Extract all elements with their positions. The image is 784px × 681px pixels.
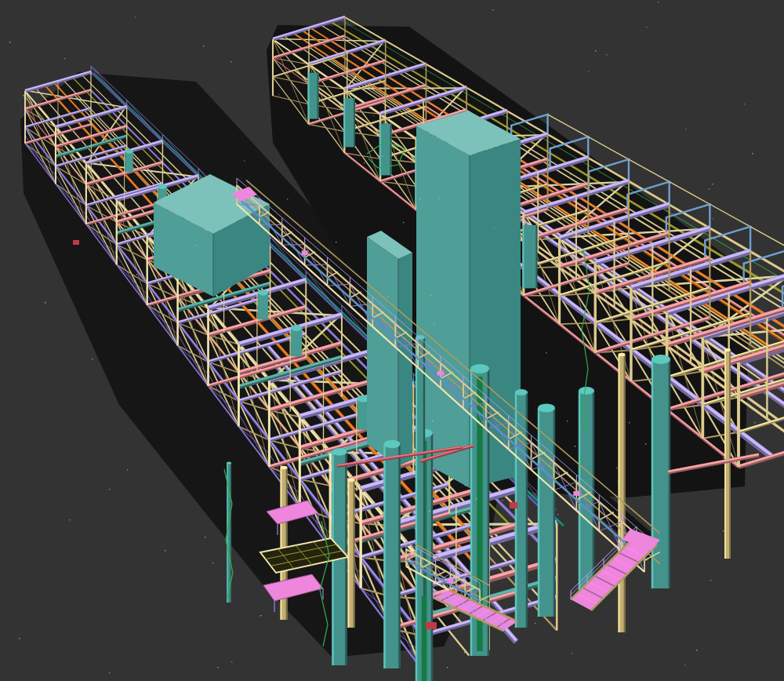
column-top[interactable] bbox=[281, 466, 288, 470]
pink-fitting[interactable] bbox=[447, 578, 453, 583]
duct-cylinder-top[interactable] bbox=[158, 184, 167, 189]
speckle bbox=[230, 61, 231, 62]
speckle bbox=[165, 550, 165, 551]
speckle bbox=[244, 160, 245, 161]
speckle bbox=[606, 54, 607, 55]
speckle bbox=[597, 351, 597, 351]
red-fitting[interactable] bbox=[426, 622, 437, 629]
duct-cylinder[interactable] bbox=[125, 151, 132, 173]
red-fitting[interactable] bbox=[510, 502, 517, 508]
duct-cylinder-top[interactable] bbox=[291, 325, 302, 331]
red-fitting[interactable] bbox=[73, 240, 79, 245]
speckle bbox=[364, 162, 365, 163]
speckle bbox=[135, 16, 136, 17]
speckle bbox=[64, 58, 65, 59]
duct-cylinder-top[interactable] bbox=[258, 290, 268, 295]
column-top[interactable] bbox=[652, 355, 670, 364]
speckle bbox=[92, 359, 93, 359]
speckle bbox=[287, 198, 288, 199]
speckle bbox=[713, 218, 713, 219]
speckle bbox=[429, 511, 430, 512]
column-top[interactable] bbox=[724, 348, 731, 351]
speckle bbox=[217, 667, 218, 668]
speckle bbox=[476, 498, 477, 499]
speckle bbox=[389, 72, 390, 73]
speckle bbox=[629, 422, 630, 423]
speckle bbox=[224, 355, 225, 355]
teal-wall-side[interactable] bbox=[398, 253, 412, 466]
speckle bbox=[45, 302, 45, 303]
column-top[interactable] bbox=[515, 389, 528, 395]
speckle bbox=[502, 500, 503, 501]
column-top[interactable] bbox=[227, 462, 231, 464]
speckle bbox=[127, 469, 128, 470]
column[interactable] bbox=[652, 359, 670, 588]
speckle bbox=[645, 443, 646, 444]
speckle bbox=[434, 323, 434, 324]
speckle bbox=[109, 489, 110, 490]
speckle bbox=[439, 198, 440, 198]
speckle bbox=[414, 540, 415, 541]
speckle bbox=[109, 672, 110, 673]
speckle bbox=[535, 623, 535, 624]
speckle bbox=[196, 245, 197, 246]
speckle bbox=[492, 9, 493, 10]
model-scene-canvas[interactable] bbox=[0, 0, 784, 681]
speckle bbox=[336, 242, 336, 242]
column-top[interactable] bbox=[619, 353, 626, 357]
pink-fitting[interactable] bbox=[437, 371, 444, 376]
column-top[interactable] bbox=[332, 448, 347, 456]
speckle bbox=[279, 288, 280, 289]
duct-cylinder-top[interactable] bbox=[125, 149, 132, 154]
speckle bbox=[567, 421, 568, 421]
speckle bbox=[373, 115, 374, 116]
speckle bbox=[727, 373, 728, 373]
speckle bbox=[595, 50, 596, 51]
speckle bbox=[260, 615, 261, 616]
speckle bbox=[752, 153, 753, 154]
speckle bbox=[382, 155, 383, 156]
speckle bbox=[205, 537, 205, 537]
speckle bbox=[570, 174, 571, 175]
speckle bbox=[447, 667, 448, 668]
column[interactable] bbox=[538, 408, 555, 617]
column-top[interactable] bbox=[538, 404, 555, 413]
speckle bbox=[19, 638, 20, 639]
slab-column[interactable] bbox=[308, 73, 319, 119]
slab-column[interactable] bbox=[522, 225, 537, 288]
column-top[interactable] bbox=[384, 440, 401, 449]
speckle bbox=[572, 249, 572, 249]
speckle bbox=[212, 563, 213, 563]
speckle bbox=[546, 352, 546, 353]
teal-wall-front[interactable] bbox=[367, 237, 398, 466]
speckle bbox=[712, 184, 713, 184]
speckle bbox=[618, 481, 619, 482]
pink-fitting[interactable] bbox=[573, 491, 579, 496]
cad-3d-viewport[interactable] bbox=[0, 0, 784, 681]
speckle bbox=[387, 296, 388, 297]
speckle bbox=[646, 27, 647, 27]
speckle bbox=[744, 104, 745, 104]
column[interactable] bbox=[515, 392, 528, 628]
column-top[interactable] bbox=[470, 364, 489, 373]
speckle bbox=[465, 485, 466, 486]
speckle bbox=[121, 197, 122, 198]
speckle bbox=[709, 188, 710, 189]
speckle bbox=[203, 46, 204, 46]
speckle bbox=[621, 577, 622, 578]
speckle bbox=[588, 71, 589, 71]
speckle bbox=[9, 42, 10, 42]
speckle bbox=[557, 514, 558, 515]
speckle bbox=[333, 317, 334, 318]
pink-fitting[interactable] bbox=[302, 250, 308, 255]
duct-cylinder[interactable] bbox=[291, 328, 302, 356]
duct-cylinder[interactable] bbox=[258, 293, 268, 319]
speckle bbox=[646, 559, 647, 560]
speckle bbox=[428, 554, 429, 555]
column[interactable] bbox=[384, 444, 401, 668]
speckle bbox=[572, 653, 572, 654]
slab-column[interactable] bbox=[343, 98, 355, 147]
column-top[interactable] bbox=[579, 387, 594, 395]
speckle bbox=[754, 422, 755, 423]
column-top[interactable] bbox=[348, 479, 355, 483]
